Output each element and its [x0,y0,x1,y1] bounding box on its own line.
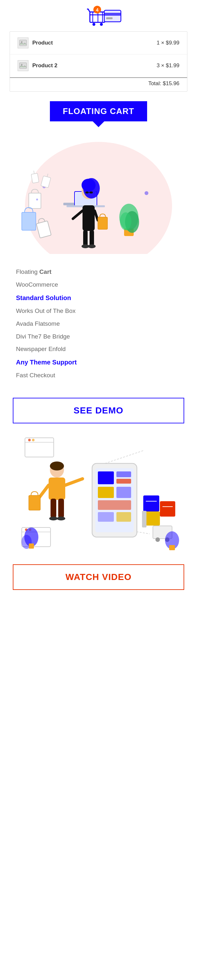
svg-rect-79 [143,495,159,511]
svg-line-47 [33,171,34,174]
product-1-left: Product [17,37,53,48]
cart-icon-wrap: 4 [87,8,110,28]
svg-rect-90 [29,544,34,549]
svg-rect-67 [29,495,40,510]
svg-rect-72 [117,479,131,484]
svg-rect-82 [142,511,147,527]
svg-rect-60 [49,477,65,500]
svg-rect-62 [58,499,64,518]
feature-line-2: WooCommerce [16,278,181,291]
svg-rect-27 [85,191,88,193]
floating-cart-banner: FLOATING CART [50,101,147,121]
feature-line-6: Divi The7 Be Bridge [16,330,181,343]
product-1-image [17,37,28,48]
svg-line-65 [65,479,82,485]
second-illustration-svg [15,431,182,556]
svg-rect-17 [22,212,36,230]
cart-badge: 4 [93,6,101,13]
svg-rect-46 [31,173,39,183]
svg-rect-77 [117,512,131,522]
product-2-name: Product 2 [32,62,57,69]
svg-rect-9 [104,13,121,16]
feature-text-block: Floating Cart WooCommerce Standard Solut… [0,254,197,388]
svg-rect-92 [169,545,175,550]
svg-rect-70 [98,471,114,484]
cart-total: Total: $15.96 [148,80,180,87]
svg-rect-32 [83,230,88,246]
svg-point-35 [88,244,96,248]
svg-rect-10 [106,17,113,19]
feature-line-3: Standard Solution [16,291,181,305]
svg-point-6 [92,23,95,26]
feature-line-5: Avada Flatsome [16,317,181,330]
svg-point-63 [49,517,58,520]
svg-rect-33 [90,230,94,246]
svg-point-26 [82,179,96,191]
see-demo-button[interactable]: SEE DEMO [13,398,184,423]
svg-rect-71 [117,471,131,477]
svg-point-43 [36,199,38,200]
svg-rect-13 [19,63,27,68]
svg-rect-76 [98,512,114,522]
product-1-price: 1 × $9.99 [157,40,180,46]
svg-point-40 [120,212,131,230]
svg-rect-16 [29,193,41,208]
table-row: Product 2 3 × $1.99 [10,54,187,77]
cart-header: 4 [0,0,197,31]
feature-line-4: Works Out of The Box [16,305,181,317]
table-row: Product 1 × $9.99 [10,32,187,54]
svg-point-14 [21,64,23,66]
feature-line-9: Fast Checkout [16,369,181,382]
svg-rect-23 [82,205,95,231]
svg-point-15 [25,142,172,254]
feature-line-8: Any Theme Support [16,355,181,369]
svg-rect-75 [98,500,131,510]
product-1-name: Product [32,40,53,46]
svg-rect-80 [160,501,175,517]
svg-rect-28 [90,191,93,193]
feature-line-1: Floating Cart [16,266,181,278]
svg-point-50 [28,439,31,441]
product-2-left: Product 2 [17,60,57,71]
svg-point-51 [32,439,35,441]
card-icon [104,9,121,23]
cart-box: Product 1 × $9.99 Product 2 3 × $1.99 To… [9,31,188,92]
svg-point-59 [50,461,64,471]
feature-line-7: Newspaper Enfold [16,343,181,355]
cart-total-row: Total: $15.96 [10,78,187,91]
svg-rect-81 [146,511,160,525]
svg-point-86 [155,538,160,542]
svg-point-41 [145,191,148,195]
svg-rect-61 [50,499,56,518]
svg-point-12 [21,41,23,43]
svg-point-7 [100,23,103,26]
floating-cart-banner-wrap: FLOATING CART [0,101,197,121]
second-illustration [0,430,197,558]
svg-point-64 [57,517,65,520]
svg-rect-74 [117,487,131,498]
product-2-price: 3 × $1.99 [157,62,180,69]
watch-video-wrap: WATCH VIDEO [13,564,184,590]
see-demo-wrap: SEE DEMO [13,398,184,423]
svg-rect-8 [104,10,121,22]
svg-rect-11 [19,40,27,46]
svg-line-56 [105,450,143,463]
product-2-image [17,60,28,71]
watch-video-button[interactable]: WATCH VIDEO [13,564,184,590]
svg-rect-36 [98,217,107,229]
svg-rect-73 [98,487,114,498]
hero-illustration [12,135,185,254]
